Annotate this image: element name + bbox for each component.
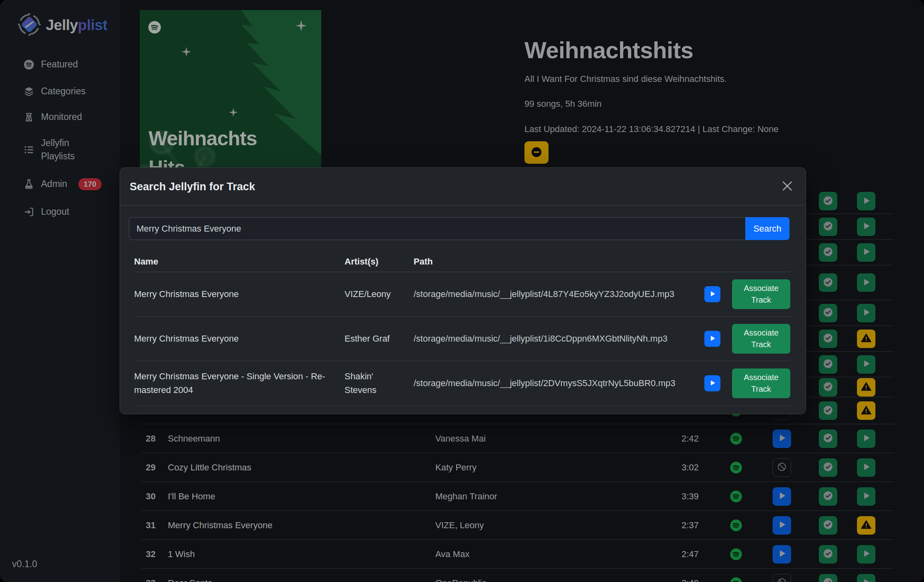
search-result-row: Merry Christmas Everyone VIZE/Leony /sto… — [134, 272, 790, 317]
result-path: /storage/media/music/__jellyplist/4L87Y4… — [414, 289, 704, 299]
result-path: /storage/media/music/__jellyplist/1i8CcD… — [414, 334, 704, 344]
column-path: Path — [414, 256, 704, 267]
preview-play-button[interactable] — [704, 331, 720, 347]
preview-play-button[interactable] — [704, 375, 720, 391]
play-icon — [708, 379, 716, 388]
close-icon — [782, 187, 793, 193]
search-result-row: Merry Christmas Everyone Esther Graf /st… — [134, 317, 790, 361]
result-name: Merry Christmas Everyone — [134, 287, 345, 301]
app-window: 28 Schneemann Vanessa Mai 2:42 29 Cozy L… — [0, 0, 924, 582]
column-artists: Artist(s) — [345, 256, 414, 267]
results-table: Name Artist(s) Path Merry Christmas Ever… — [134, 251, 790, 406]
result-name: Merry Christmas Everyone — [134, 332, 345, 346]
result-artists: VIZE/Leony — [345, 287, 414, 301]
result-name: Merry Christmas Everyone - Single Versio… — [134, 370, 345, 397]
preview-play-button[interactable] — [704, 286, 720, 302]
result-path: /storage/media/music/__jellyplist/2DVmys… — [414, 378, 704, 389]
result-artists: Shakin' Stevens — [345, 370, 414, 397]
modal-title: Search Jellyfin for Track — [130, 180, 255, 193]
search-input-group: Search — [129, 217, 789, 240]
modal-header: Search Jellyfin for Track — [120, 168, 806, 206]
close-button[interactable] — [780, 179, 794, 194]
search-result-row: Merry Christmas Everyone - Single Versio… — [134, 361, 790, 406]
play-icon — [708, 290, 716, 299]
search-jellyfin-modal: Search Jellyfin for Track Search Name Ar… — [120, 167, 806, 414]
associate-track-button[interactable]: Associate Track — [732, 368, 790, 398]
play-icon — [708, 334, 716, 344]
results-table-header: Name Artist(s) Path — [134, 251, 790, 272]
associate-track-button[interactable]: Associate Track — [732, 279, 790, 309]
search-button[interactable]: Search — [745, 217, 789, 240]
result-artists: Esther Graf — [345, 332, 414, 346]
column-name: Name — [134, 256, 345, 267]
modal-results-body: Merry Christmas Everyone VIZE/Leony /sto… — [134, 272, 790, 406]
associate-track-button[interactable]: Associate Track — [732, 324, 790, 354]
search-input[interactable] — [129, 217, 745, 240]
